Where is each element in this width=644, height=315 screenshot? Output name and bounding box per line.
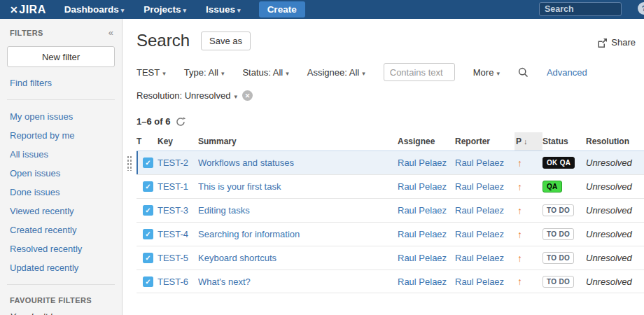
col-header-assignee[interactable]: Assignee (398, 136, 455, 146)
contains-text-input[interactable] (384, 63, 455, 81)
assignee-filter-dropdown[interactable]: Assignee: All▾ (307, 67, 365, 78)
reporter-link[interactable]: Raul Pelaez (455, 253, 514, 263)
table-row[interactable]: ✓TEST-4Searching for informationRaul Pel… (136, 222, 644, 246)
collapse-sidebar-icon[interactable]: « (108, 27, 113, 38)
top-navbar: ✕ JIRA Dashboards▾Projects▾Issues▾ Creat… (0, 0, 644, 19)
task-type-icon: ✓ (143, 229, 153, 239)
sidebar-item-my-open-issues[interactable]: My open issues (0, 107, 122, 126)
col-header-key[interactable]: Key (158, 136, 198, 146)
navbar-item-projects[interactable]: Projects▾ (144, 4, 186, 15)
caret-down-icon: ▾ (162, 70, 166, 77)
col-header-resolution[interactable]: Resolution (586, 136, 644, 146)
priority-up-icon: ↑ (514, 205, 542, 216)
table-row[interactable]: ✓TEST-1This is your first taskRaul Pelae… (136, 174, 644, 198)
table-row[interactable]: ✓TEST-2Workflows and statusesRaul Pelaez… (136, 150, 644, 174)
priority-up-icon: ↑ (514, 229, 542, 240)
type-filter-dropdown[interactable]: Type: All▾ (184, 67, 225, 78)
issue-summary-link[interactable]: Workflows and statuses (198, 158, 398, 168)
col-header-type[interactable]: T (136, 136, 158, 146)
sidebar-filter-links: My open issuesReported by meAll issuesOp… (0, 107, 122, 277)
advanced-search-link[interactable]: Advanced (547, 67, 587, 78)
remove-resolution-filter-icon[interactable]: ✕ (242, 90, 253, 101)
navbar-item-dashboards[interactable]: Dashboards▾ (64, 4, 125, 15)
issue-key-link[interactable]: TEST-2 (158, 158, 198, 168)
navbar-item-label: Dashboards (64, 4, 119, 15)
issue-key-link[interactable]: TEST-4 (158, 229, 198, 239)
jira-app: ✕ JIRA Dashboards▾Projects▾Issues▾ Creat… (0, 0, 644, 315)
share-button[interactable]: Share (597, 37, 636, 48)
col-header-status[interactable]: Status (542, 136, 586, 146)
issue-key-link[interactable]: TEST-5 (158, 253, 198, 263)
col-header-summary[interactable]: Summary (198, 136, 398, 146)
col-header-priority[interactable]: P↓ (514, 132, 542, 150)
sidebar-item-all-issues[interactable]: All issues (0, 145, 122, 164)
share-icon (597, 38, 608, 48)
find-filters-link[interactable]: Find filters (0, 74, 122, 92)
save-as-button[interactable]: Save as (201, 31, 251, 50)
issue-summary-link[interactable]: What's next? (198, 276, 398, 287)
reporter-link[interactable]: Raul Pelaez (455, 181, 514, 192)
reporter-link[interactable]: Raul Pelaez (455, 205, 514, 216)
filter-bar: TEST▾ Type: All▾ Status: All▾ Assignee: … (122, 55, 644, 81)
sidebar-item-resolved-recently[interactable]: Resolved recently (0, 239, 122, 258)
help-icon[interactable]: ? (638, 2, 644, 15)
issue-key-link[interactable]: TEST-1 (158, 181, 198, 192)
new-filter-button[interactable]: New filter (7, 46, 115, 67)
active-filters-row: Resolution: Unresolved▾ ✕ (122, 81, 644, 101)
table-row[interactable]: ✓TEST-5Keyboard shortcutsRaul PelaezRaul… (136, 246, 644, 270)
jira-logo[interactable]: ✕ JIRA (10, 4, 46, 16)
favourite-filters-empty-text: You don't have any (0, 307, 122, 315)
sort-down-icon: ↓ (524, 137, 528, 146)
sidebar-item-updated-recently[interactable]: Updated recently (0, 258, 122, 277)
search-icon[interactable] (518, 67, 528, 78)
assignee-link[interactable]: Raul Pelaez (398, 181, 455, 192)
issue-rows: ✓TEST-2Workflows and statusesRaul Pelaez… (136, 150, 644, 293)
priority-up-icon: ↑ (514, 181, 542, 192)
assignee-link[interactable]: Raul Pelaez (398, 229, 455, 239)
issue-summary-link[interactable]: Editing tasks (198, 205, 398, 216)
project-filter-dropdown[interactable]: TEST▾ (136, 67, 166, 78)
search-content: Search Save as Share TEST▾ Type: All▾ St… (122, 19, 644, 315)
navbar-item-label: Issues (206, 4, 235, 15)
assignee-link[interactable]: Raul Pelaez (398, 205, 455, 216)
sidebar-item-reported-by-me[interactable]: Reported by me (0, 126, 122, 145)
type-cell: ✓ (136, 205, 158, 216)
status-filter-dropdown[interactable]: Status: All▾ (242, 67, 288, 78)
status-badge: TO DO (542, 204, 574, 216)
assignee-link[interactable]: Raul Pelaez (398, 276, 455, 287)
issue-summary-link[interactable]: Keyboard shortcuts (198, 253, 398, 263)
table-row[interactable]: ✓TEST-6What's next?Raul PelaezRaul Pelae… (136, 270, 644, 293)
issue-summary-link[interactable]: Searching for information (198, 229, 398, 239)
caret-down-icon: ▾ (237, 7, 241, 14)
resolution-filter-chip[interactable]: Resolution: Unresolved▾ (136, 90, 237, 101)
issue-key-link[interactable]: TEST-3 (158, 205, 198, 216)
reporter-link[interactable]: Raul Pelaez (455, 158, 514, 168)
navbar-item-issues[interactable]: Issues▾ (206, 4, 241, 15)
status-badge: QA (542, 181, 562, 192)
issue-summary-link[interactable]: This is your first task (198, 181, 398, 192)
sidebar-item-open-issues[interactable]: Open issues (0, 164, 122, 183)
task-type-icon: ✓ (143, 253, 153, 263)
type-cell: ✓ (136, 229, 158, 239)
navbar-search-input[interactable] (539, 2, 622, 16)
type-cell: ✓ (136, 181, 158, 192)
favourite-filters-title: FAVOURITE FILTERS (0, 292, 122, 307)
table-row[interactable]: ✓TEST-3Editing tasksRaul PelaezRaul Pela… (136, 198, 644, 222)
assignee-link[interactable]: Raul Pelaez (398, 158, 455, 168)
caret-down-icon: ▾ (286, 70, 289, 77)
sidebar-divider (7, 284, 115, 285)
sidebar-item-done-issues[interactable]: Done issues (0, 183, 122, 202)
sidebar-item-viewed-recently[interactable]: Viewed recently (0, 202, 122, 220)
create-button[interactable]: Create (259, 1, 305, 18)
caret-down-icon: ▾ (362, 70, 365, 77)
refresh-icon[interactable] (176, 117, 186, 127)
reporter-link[interactable]: Raul Pelaez (455, 229, 514, 239)
status-badge: TO DO (542, 252, 574, 264)
assignee-link[interactable]: Raul Pelaez (398, 253, 455, 263)
drag-handle[interactable] (127, 155, 132, 171)
col-header-reporter[interactable]: Reporter (455, 136, 514, 146)
sidebar-item-created-recently[interactable]: Created recently (0, 220, 122, 239)
issue-key-link[interactable]: TEST-6 (158, 276, 198, 287)
reporter-link[interactable]: Raul Pelaez (455, 276, 514, 287)
more-filter-dropdown[interactable]: More▾ (473, 67, 500, 78)
